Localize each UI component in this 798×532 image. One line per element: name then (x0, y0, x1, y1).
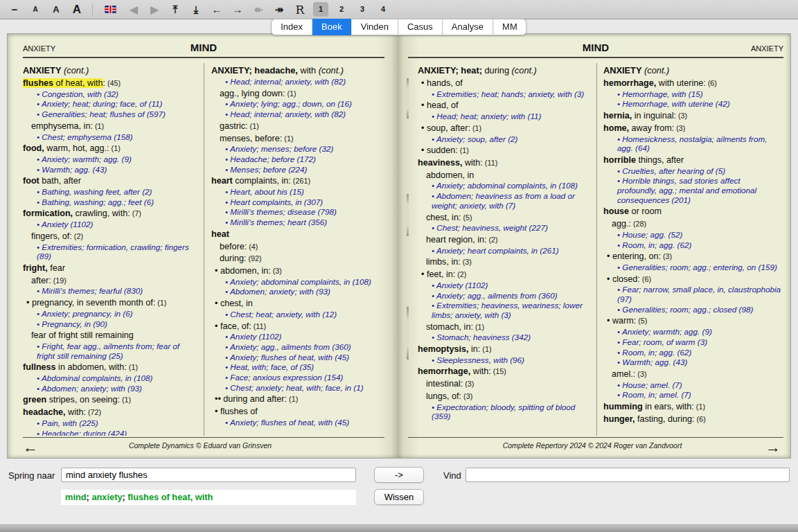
cross-reference[interactable]: • Heart complaints, in (307) (211, 197, 384, 207)
rubric[interactable]: hemorrhage, with uterine: (6) (603, 78, 781, 89)
rubric[interactable]: • chest, in (211, 299, 384, 309)
cross-reference[interactable]: • Abdomen; heaviness as from a load or w… (418, 191, 592, 210)
clear-button[interactable]: Wissen (374, 489, 424, 505)
cross-reference[interactable]: • Homesickness, nostalgia; ailments from… (603, 134, 781, 153)
tab-casus[interactable]: Casus (398, 19, 443, 35)
cross-reference[interactable]: • Warmth; agg. (43) (603, 357, 781, 367)
cross-reference[interactable]: • Face; anxious expression (154) (211, 373, 384, 382)
cross-reference[interactable]: • Mirilli's themes; disease (798) (211, 207, 384, 217)
cross-reference[interactable]: • Menses; before (224) (211, 165, 384, 175)
cross-reference[interactable]: • Bathing, washing; agg.; feet (6) (23, 197, 197, 207)
rubric[interactable]: • feet, in: (2) (418, 269, 592, 280)
rubric[interactable]: heat (211, 229, 384, 240)
cross-reference[interactable]: • House; agg. (52) (603, 230, 781, 240)
rubric[interactable]: • sudden: (1) (418, 145, 592, 156)
tab-mm[interactable]: MM (493, 19, 527, 35)
rubric[interactable]: heart region, in: (2) (418, 235, 592, 245)
cross-reference[interactable]: • Anxiety; agg., ailments from (360) (418, 291, 592, 301)
scroll-to-bottom-icon[interactable]: ⤓ (186, 3, 206, 16)
rubric[interactable]: flushes of heat, with: (45) (23, 78, 197, 89)
tab-vinden[interactable]: Vinden (352, 19, 398, 35)
rubric[interactable]: • face, of: (11) (211, 321, 384, 332)
rubric-header[interactable]: ANXIETY; headache, with (cont.) (211, 66, 384, 76)
rubric[interactable]: after: (19) (23, 276, 197, 286)
rubric[interactable]: humming in ears, with: (1) (603, 402, 781, 412)
go-button[interactable]: -> (374, 467, 424, 483)
view-button-4[interactable]: 4 (375, 2, 391, 17)
cross-reference[interactable]: • Heat, with; face, of (35) (211, 362, 384, 372)
cross-reference[interactable]: • Abdomen; anxiety; with (93) (23, 384, 197, 393)
rubric[interactable]: fullness in abdomen, with: (1) (23, 362, 197, 373)
jump-to-input[interactable] (61, 468, 356, 482)
rubric[interactable]: foot bath, after (23, 176, 197, 186)
rubric[interactable]: hernia, in inguinal: (3) (603, 111, 781, 121)
cross-reference[interactable]: • Chest; anxiety; heat, with; face, in (… (211, 383, 384, 393)
cross-reference[interactable]: • Fear; narrow, small place, in, claustr… (603, 285, 781, 303)
cross-reference[interactable]: • Generalities; room; agg.; closed (98) (603, 305, 781, 314)
cross-reference[interactable]: • Room, in; agg. (62) (603, 240, 781, 250)
rubric[interactable]: • soup, after: (1) (418, 123, 592, 134)
cross-reference[interactable]: • Generalities; room; agg.; entering, on… (603, 263, 781, 272)
rubric[interactable]: house or room (603, 206, 781, 217)
rubric-header[interactable]: ANXIETY; heat; during (cont.) (418, 66, 592, 76)
cross-reference[interactable]: • Anxiety; warmth; agg. (9) (603, 327, 781, 337)
cross-reference[interactable]: • Chest; heaviness, weight (227) (418, 223, 592, 233)
cross-reference[interactable]: • Anxiety (1102) (23, 220, 197, 229)
cross-reference[interactable]: • Anxiety; pregnancy, in (6) (23, 309, 197, 319)
rubric[interactable]: • closed: (6) (603, 274, 781, 285)
font-small-button[interactable]: A (25, 6, 46, 13)
cross-reference[interactable]: • Stomach; heaviness (342) (418, 332, 592, 342)
cross-reference[interactable]: • Head; internal; anxiety, with (82) (211, 77, 384, 87)
cross-reference[interactable]: • Anxiety; heat; during; face, of (11) (23, 99, 197, 109)
cross-reference[interactable]: • Room, in; amel. (7) (603, 390, 781, 400)
rubric[interactable]: • abdomen, in: (3) (211, 266, 384, 276)
next-page-icon[interactable]: → (227, 3, 248, 15)
nav-forward-icon[interactable]: ▶ (144, 3, 165, 16)
cross-reference[interactable]: • Abdominal complaints, in (108) (23, 373, 197, 383)
rubric[interactable]: green stripes, on seeing: (1) (23, 395, 197, 405)
rubric[interactable]: limbs, in: (3) (418, 257, 592, 267)
rubric[interactable]: fear of fright still remaining (23, 330, 197, 341)
rubric[interactable]: menses, before: (1) (211, 134, 384, 144)
cross-reference[interactable]: • Congestion, with (32) (23, 89, 197, 99)
cross-reference[interactable]: • Anxiety; agg., ailments from (360) (211, 342, 384, 352)
cross-reference[interactable]: • Hemorrhage, with uterine (42) (603, 99, 781, 109)
cross-reference[interactable]: • Hemorrhage, with (15) (603, 89, 781, 99)
cross-reference[interactable]: • Anxiety; abdominal complaints, in (108… (418, 181, 592, 190)
tab-boek[interactable]: Boek (312, 19, 352, 35)
cross-reference[interactable]: • Pain, with (225) (23, 418, 197, 428)
rubric[interactable]: agg.: (28) (603, 219, 781, 229)
cross-reference[interactable]: • Anxiety (1102) (418, 281, 592, 290)
nav-back-icon[interactable]: ◀ (123, 3, 144, 16)
rubric[interactable]: home, away from: (3) (603, 123, 781, 134)
rubric[interactable]: • warm: (5) (603, 316, 781, 326)
rubric[interactable]: stomach, in: (1) (418, 322, 592, 332)
cross-reference[interactable]: • Anxiety; flushes of heat, with (45) (211, 353, 384, 362)
scroll-to-top-icon[interactable]: ⤒ (165, 3, 186, 16)
rubric[interactable]: agg., lying down: (1) (211, 89, 384, 99)
rubric[interactable]: during: (92) (211, 254, 384, 264)
cross-reference[interactable]: • Mirilli's themes; fearful (830) (23, 286, 197, 296)
cross-reference[interactable]: • Head; internal; anxiety, with (82) (211, 109, 384, 119)
rubric[interactable]: gastric: (1) (211, 121, 384, 132)
font-medium-button[interactable]: A (46, 4, 66, 15)
cross-reference[interactable]: • Chest; emphysema (158) (23, 132, 197, 142)
cross-reference[interactable]: • Warmth; agg. (43) (23, 165, 197, 175)
rubric[interactable]: lungs, of: (3) (418, 391, 592, 402)
rubric[interactable]: • flushes of (211, 407, 384, 417)
cross-reference[interactable]: • Cruelties, after hearing of (5) (603, 166, 781, 176)
rubric[interactable]: before: (4) (211, 242, 384, 252)
view-button-1[interactable]: 1 (313, 2, 328, 17)
cross-reference[interactable]: • Mirilli's themes; heart (356) (211, 218, 384, 227)
rubric[interactable]: intestinal: (3) (418, 379, 592, 389)
rubric[interactable]: • pregnancy, in seventh month of: (1) (23, 298, 197, 308)
rubric[interactable]: horrible things, after (603, 155, 781, 166)
next-chapter-icon[interactable]: ↠ (269, 3, 290, 16)
previous-chapter-icon[interactable]: ↞ (248, 3, 269, 16)
cross-reference[interactable]: • Headache; before (172) (211, 154, 384, 164)
cross-reference[interactable]: • Headache; during (424) (23, 429, 197, 436)
cross-reference[interactable]: • Chest; heat; anxiety, with (12) (211, 310, 384, 319)
rubric[interactable]: • head, of (418, 100, 592, 111)
cross-reference[interactable]: • Expectoration; bloody, spitting of blo… (418, 402, 592, 421)
rubric[interactable]: fingers, of: (2) (23, 231, 197, 242)
